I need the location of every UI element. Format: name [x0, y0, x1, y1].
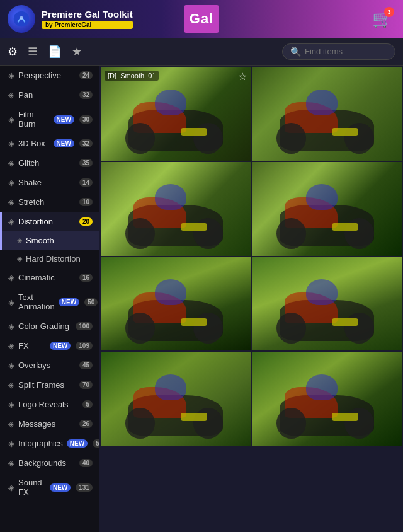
backgrounds-label: Backgrounds [18, 458, 76, 468]
sidebar-item-text-animation[interactable]: ◈ Text Animation NEW 50 [0, 287, 99, 316]
search-bar[interactable]: 🔍 [282, 43, 395, 60]
glitch-icon: ◈ [8, 158, 14, 168]
sidebar-item-pan[interactable]: ◈ Pan 32 [0, 85, 99, 105]
sidebar: ◈ Perspective 24 ◈ Pan 32 ◈ Film Burn NE… [0, 66, 99, 532]
perspective-icon: ◈ [8, 71, 14, 80]
sidebar-item-logo-reveals[interactable]: ◈ Logo Reveals 5 [0, 395, 99, 414]
sidebar-subitem-smooth[interactable]: ◈ Smooth [0, 231, 99, 250]
pan-icon: ◈ [8, 90, 14, 100]
item-label-1: [D]_Smooth_01 [105, 71, 159, 81]
sidebar-item-stretch[interactable]: ◈ Stretch 10 [0, 192, 99, 212]
glitch-label: Glitch [18, 158, 76, 168]
infographics-label: Infographics [18, 439, 63, 448]
cinematic-count: 16 [79, 274, 93, 282]
sidebar-subitem-hard-distortion[interactable]: ◈ Hard Distortion [0, 250, 99, 268]
pan-label: Pan [18, 90, 76, 100]
fx-label: FX [18, 341, 46, 350]
logo-reveals-count: 5 [82, 400, 93, 408]
sound-fx-new: NEW [50, 483, 71, 492]
sidebar-item-shake[interactable]: ◈ Shake 14 [0, 173, 99, 192]
sidebar-item-infographics[interactable]: ◈ Infographics NEW 55 [0, 434, 99, 453]
cinematic-label: Cinematic [18, 273, 76, 282]
3d-box-new: NEW [54, 139, 74, 147]
items-grid: [D]_Smooth_01 ☆ [99, 66, 403, 447]
file-icon[interactable]: 📄 [48, 45, 62, 59]
grid-item-8[interactable] [252, 352, 402, 446]
grid-item-1[interactable]: [D]_Smooth_01 ☆ [101, 67, 251, 161]
text-animation-label: Text Animation [18, 292, 55, 311]
cart-button[interactable]: 🛒 3 [369, 6, 395, 32]
stretch-icon: ◈ [8, 197, 14, 207]
sound-fx-count: 131 [76, 483, 93, 492]
hard-distortion-label: Hard Distortion [26, 254, 81, 263]
film-burn-new: NEW [54, 115, 74, 124]
smooth-sub-icon: ◈ [17, 236, 22, 245]
star-icon[interactable]: ★ [72, 45, 82, 59]
sidebar-item-perspective[interactable]: ◈ Perspective 24 [0, 66, 99, 85]
toolbar: ⚙ ☰ 📄 ★ 🔍 [0, 38, 403, 66]
grid-item-3[interactable] [101, 162, 251, 256]
sidebar-item-sound-fx[interactable]: ◈ Sound FX NEW 131 [0, 473, 99, 502]
header-title-group: Premiere Gal Toolkit by PremiereGal [42, 9, 133, 29]
distortion-count: 20 [79, 217, 93, 226]
infographics-count: 55 [93, 439, 99, 448]
filter-icon[interactable]: ⚙ [8, 45, 18, 59]
cart-count: 3 [384, 7, 394, 17]
sidebar-item-color-grading[interactable]: ◈ Color Grading 100 [0, 316, 99, 336]
overlays-icon: ◈ [8, 361, 14, 370]
3d-box-label: 3D Box [18, 139, 50, 148]
sound-fx-label: Sound FX [18, 478, 46, 497]
text-animation-count: 50 [84, 298, 98, 306]
sidebar-item-glitch[interactable]: ◈ Glitch 35 [0, 153, 99, 173]
split-frames-label: Split Frames [18, 380, 76, 390]
grid-item-6[interactable] [252, 257, 402, 351]
sidebar-item-3d-box[interactable]: ◈ 3D Box NEW 32 [0, 134, 99, 153]
sidebar-item-overlays[interactable]: ◈ Overlays 45 [0, 356, 99, 375]
grid-item-7[interactable] [101, 352, 251, 446]
svg-point-1 [20, 16, 23, 20]
main-layout: ◈ Perspective 24 ◈ Pan 32 ◈ Film Burn NE… [0, 66, 403, 532]
backgrounds-icon: ◈ [8, 458, 14, 468]
infographics-icon: ◈ [8, 439, 14, 448]
search-input[interactable] [305, 47, 387, 56]
stretch-label: Stretch [18, 197, 76, 207]
messages-icon: ◈ [8, 419, 14, 429]
gal-badge: Gal [184, 5, 219, 33]
perspective-label: Perspective [18, 71, 76, 80]
3d-box-icon: ◈ [8, 139, 14, 148]
text-animation-new: NEW [59, 298, 79, 306]
color-grading-count: 100 [76, 322, 93, 330]
sidebar-item-messages[interactable]: ◈ Messages 26 [0, 414, 99, 434]
smooth-label: Smooth [26, 236, 54, 245]
messages-label: Messages [18, 419, 76, 429]
messages-count: 26 [79, 420, 93, 428]
sidebar-item-fx[interactable]: ◈ FX NEW 109 [0, 336, 99, 356]
sidebar-item-split-frames[interactable]: ◈ Split Frames 70 [0, 375, 99, 395]
distortion-icon: ◈ [8, 217, 14, 226]
split-frames-icon: ◈ [8, 380, 14, 390]
logo-reveals-icon: ◈ [8, 400, 14, 409]
stretch-count: 10 [79, 198, 93, 206]
color-grading-icon: ◈ [8, 321, 14, 331]
item-star-1[interactable]: ☆ [238, 71, 247, 83]
overlays-count: 45 [79, 361, 93, 369]
sidebar-item-distortion[interactable]: ◈ Distortion 20 [0, 212, 99, 231]
fx-count: 109 [76, 342, 93, 350]
grid-item-2[interactable] [252, 67, 402, 161]
film-burn-label: Film Burn [18, 110, 50, 129]
hard-distortion-sub-icon: ◈ [17, 255, 22, 263]
list-icon[interactable]: ☰ [28, 45, 38, 59]
shake-icon: ◈ [8, 178, 14, 187]
fx-icon: ◈ [8, 341, 14, 350]
backgrounds-count: 40 [79, 459, 93, 467]
perspective-count: 24 [79, 71, 93, 79]
pan-count: 32 [79, 91, 93, 99]
sidebar-item-film-burn[interactable]: ◈ Film Burn NEW 30 [0, 105, 99, 134]
sidebar-item-cinematic[interactable]: ◈ Cinematic 16 [0, 268, 99, 287]
sidebar-item-backgrounds[interactable]: ◈ Backgrounds 40 [0, 453, 99, 473]
grid-item-5[interactable] [101, 257, 251, 351]
distortion-label: Distortion [18, 217, 76, 226]
logo [8, 5, 35, 33]
logo-reveals-label: Logo Reveals [18, 400, 79, 409]
grid-item-4[interactable] [252, 162, 402, 256]
